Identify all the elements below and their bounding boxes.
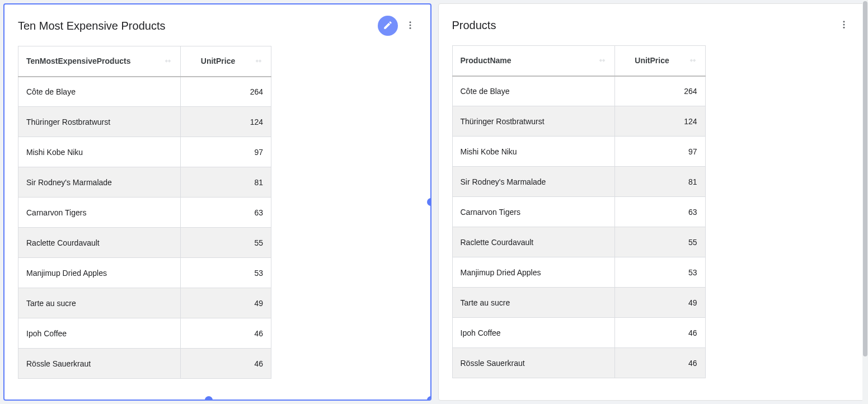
table-row[interactable]: Côte de Blaye264 [18,77,271,107]
pencil-icon [383,20,393,32]
column-header-name[interactable]: TenMostExpensiveProducts [18,46,181,77]
cell-price: 81 [614,167,705,197]
cell-name: Manjimup Dried Apples [452,257,614,288]
cell-price: 53 [614,257,705,288]
column-header-price[interactable]: UnitPrice [181,46,271,77]
svg-point-5 [843,26,845,28]
cell-price: 46 [181,318,271,349]
panel-actions [837,15,851,35]
table-row[interactable]: Carnarvon Tigers63 [18,198,271,228]
cell-name: Raclette Courdavault [452,227,614,257]
cell-price: 81 [181,167,271,198]
cell-name: Tarte au sucre [452,288,614,318]
table-body-0: Côte de Blaye264Thüringer Rostbratwurst1… [18,77,271,379]
table-row[interactable]: Sir Rodney's Marmalade81 [452,167,705,197]
panel-ten-most-expensive[interactable]: Ten Most Expensive Products [3,3,431,401]
cell-name: Rössle Sauerkraut [18,349,181,379]
cell-name: Rössle Sauerkraut [452,348,614,378]
table-row[interactable]: Raclette Courdavault55 [18,228,271,258]
cell-price: 63 [614,197,705,227]
panel-actions [378,16,417,36]
table-row[interactable]: Rössle Sauerkraut46 [18,349,271,379]
column-label: ProductName [461,56,512,65]
data-table: ProductName UnitPrice [452,45,706,378]
cell-name: Côte de Blaye [18,77,181,107]
cell-price: 49 [181,288,271,318]
column-header-name[interactable]: ProductName [452,46,614,76]
table-row[interactable]: Carnarvon Tigers63 [452,197,705,227]
sort-icon[interactable] [598,56,607,65]
panel-title: Products [452,19,496,32]
cell-price: 49 [614,288,705,318]
cell-name: Carnarvon Tigers [452,197,614,227]
dashboard-workspace: Ten Most Expensive Products [0,0,868,404]
cell-price: 46 [614,348,705,378]
more-options-button[interactable] [837,15,851,35]
cell-price: 264 [614,76,705,106]
resize-handle-corner[interactable] [427,396,431,401]
scrollbar-thumb[interactable] [863,1,867,356]
column-label: TenMostExpensiveProducts [26,57,130,65]
cell-price: 97 [181,137,271,167]
sort-icon[interactable] [254,57,263,65]
more-vertical-icon [405,20,415,32]
table-row[interactable]: Mishi Kobe Niku97 [452,137,705,167]
resize-handle-bottom[interactable] [205,396,213,401]
svg-point-3 [843,21,845,22]
cell-name: Tarte au sucre [18,288,181,318]
sort-icon[interactable] [688,56,697,65]
cell-price: 124 [614,106,705,137]
cell-name: Ipoh Coffee [18,318,181,349]
panel-title: Ten Most Expensive Products [18,20,165,32]
cell-price: 55 [614,227,705,257]
cell-price: 264 [181,77,271,107]
cell-name: Sir Rodney's Marmalade [18,167,181,198]
more-options-button[interactable] [403,16,417,36]
table-row[interactable]: Rössle Sauerkraut46 [452,348,705,378]
more-vertical-icon [839,20,849,31]
table-row[interactable]: Ipoh Coffee46 [452,318,705,348]
table-row[interactable]: Raclette Courdavault55 [452,227,705,257]
cell-name: Thüringer Rostbratwurst [18,107,181,137]
resize-handle-right[interactable] [427,198,431,206]
table-row[interactable]: Côte de Blaye264 [452,76,705,106]
column-header-price[interactable]: UnitPrice [614,46,705,76]
table-row[interactable]: Thüringer Rostbratwurst124 [452,106,705,137]
cell-name: Thüringer Rostbratwurst [452,106,614,137]
svg-point-2 [409,27,411,29]
column-label: UnitPrice [189,57,247,65]
edit-button[interactable] [378,16,398,36]
cell-name: Manjimup Dried Apples [18,258,181,288]
cell-name: Sir Rodney's Marmalade [452,167,614,197]
table-row[interactable]: Manjimup Dried Apples53 [452,257,705,288]
panel-products[interactable]: Products ProductName [438,3,865,401]
cell-price: 124 [181,107,271,137]
data-table: TenMostExpensiveProducts UnitPrice [18,46,271,379]
cell-name: Mishi Kobe Niku [18,137,181,167]
cell-name: Côte de Blaye [452,76,614,106]
table-body-1: Côte de Blaye264Thüringer Rostbratwurst1… [452,76,705,378]
table-row[interactable]: Tarte au sucre49 [18,288,271,318]
cell-name: Carnarvon Tigers [18,198,181,228]
cell-price: 97 [614,137,705,167]
table-row[interactable]: Ipoh Coffee46 [18,318,271,349]
cell-name: Ipoh Coffee [452,318,614,348]
panel-header: Ten Most Expensive Products [18,16,417,36]
cell-price: 46 [614,318,705,348]
panel-header: Products [452,15,851,35]
table-row[interactable]: Manjimup Dried Apples53 [18,258,271,288]
cell-price: 55 [181,228,271,258]
vertical-scrollbar[interactable] [862,0,868,404]
table-row[interactable]: Mishi Kobe Niku97 [18,137,271,167]
svg-point-1 [409,24,411,26]
cell-price: 63 [181,198,271,228]
cell-name: Mishi Kobe Niku [452,137,614,167]
table-row[interactable]: Thüringer Rostbratwurst124 [18,107,271,137]
sort-icon[interactable] [163,57,172,65]
table-row[interactable]: Tarte au sucre49 [452,288,705,318]
table-row[interactable]: Sir Rodney's Marmalade81 [18,167,271,198]
cell-price: 53 [181,258,271,288]
cell-name: Raclette Courdavault [18,228,181,258]
column-label: UnitPrice [623,56,682,65]
svg-point-4 [843,24,845,25]
